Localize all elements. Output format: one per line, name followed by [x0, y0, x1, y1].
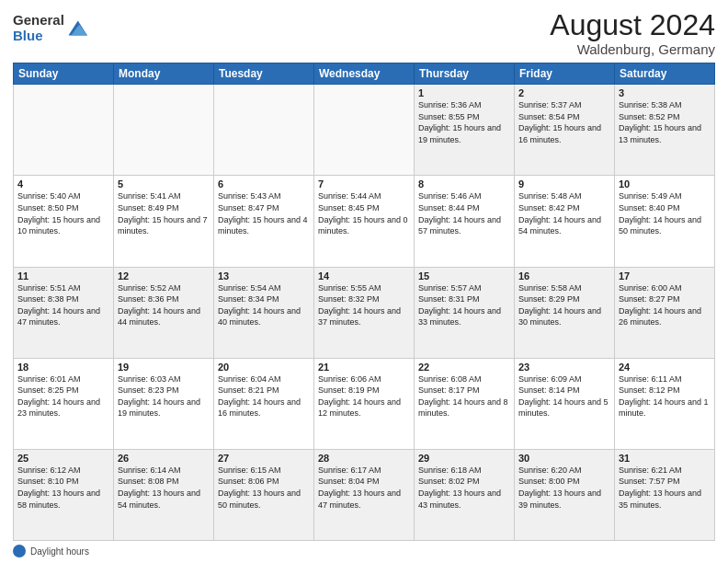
table-row: 1Sunrise: 5:36 AM Sunset: 8:55 PM Daylig…: [415, 85, 515, 176]
table-row: 7Sunrise: 5:44 AM Sunset: 8:45 PM Daylig…: [314, 176, 415, 267]
table-row: 22Sunrise: 6:08 AM Sunset: 8:17 PM Dayli…: [415, 358, 515, 449]
col-sunday: Sunday: [14, 63, 114, 85]
table-row: 8Sunrise: 5:46 AM Sunset: 8:44 PM Daylig…: [415, 176, 515, 267]
page-header: General Blue August 2024 Waldenburg, Ger…: [13, 9, 715, 57]
table-row: 16Sunrise: 5:58 AM Sunset: 8:29 PM Dayli…: [515, 267, 615, 358]
footer: Daylight hours: [13, 545, 715, 557]
table-row: 4Sunrise: 5:40 AM Sunset: 8:50 PM Daylig…: [14, 176, 114, 267]
table-row: 6Sunrise: 5:43 AM Sunset: 8:47 PM Daylig…: [214, 176, 314, 267]
table-row: 12Sunrise: 5:52 AM Sunset: 8:36 PM Dayli…: [114, 267, 214, 358]
table-row: 5Sunrise: 5:41 AM Sunset: 8:49 PM Daylig…: [114, 176, 214, 267]
col-wednesday: Wednesday: [314, 63, 415, 85]
table-row: [114, 85, 214, 176]
table-row: 29Sunrise: 6:18 AM Sunset: 8:02 PM Dayli…: [415, 449, 515, 540]
table-row: 2Sunrise: 5:37 AM Sunset: 8:54 PM Daylig…: [515, 85, 615, 176]
table-row: 28Sunrise: 6:17 AM Sunset: 8:04 PM Dayli…: [314, 449, 415, 540]
table-row: 20Sunrise: 6:04 AM Sunset: 8:21 PM Dayli…: [214, 358, 314, 449]
table-row: 13Sunrise: 5:54 AM Sunset: 8:34 PM Dayli…: [214, 267, 314, 358]
table-row: 26Sunrise: 6:14 AM Sunset: 8:08 PM Dayli…: [114, 449, 214, 540]
col-saturday: Saturday: [615, 63, 715, 85]
table-row: [314, 85, 415, 176]
calendar-table: Sunday Monday Tuesday Wednesday Thursday…: [13, 63, 715, 541]
table-row: 21Sunrise: 6:06 AM Sunset: 8:19 PM Dayli…: [314, 358, 415, 449]
table-row: 31Sunrise: 6:21 AM Sunset: 7:57 PM Dayli…: [615, 449, 715, 540]
table-row: 14Sunrise: 5:55 AM Sunset: 8:32 PM Dayli…: [314, 267, 415, 358]
logo-icon: [67, 17, 87, 37]
table-row: 23Sunrise: 6:09 AM Sunset: 8:14 PM Dayli…: [515, 358, 615, 449]
logo-blue-text: Blue: [13, 29, 64, 44]
col-monday: Monday: [114, 63, 214, 85]
table-row: 15Sunrise: 5:57 AM Sunset: 8:31 PM Dayli…: [415, 267, 515, 358]
location-subtitle: Waldenburg, Germany: [550, 41, 715, 57]
col-friday: Friday: [515, 63, 615, 85]
table-row: 10Sunrise: 5:49 AM Sunset: 8:40 PM Dayli…: [615, 176, 715, 267]
col-tuesday: Tuesday: [214, 63, 314, 85]
table-row: 25Sunrise: 6:12 AM Sunset: 8:10 PM Dayli…: [14, 449, 114, 540]
table-row: 27Sunrise: 6:15 AM Sunset: 8:06 PM Dayli…: [214, 449, 314, 540]
table-row: 17Sunrise: 6:00 AM Sunset: 8:27 PM Dayli…: [615, 267, 715, 358]
table-row: 30Sunrise: 6:20 AM Sunset: 8:00 PM Dayli…: [515, 449, 615, 540]
table-row: 9Sunrise: 5:48 AM Sunset: 8:42 PM Daylig…: [515, 176, 615, 267]
col-thursday: Thursday: [415, 63, 515, 85]
title-block: August 2024 Waldenburg, Germany: [550, 9, 715, 57]
table-row: 3Sunrise: 5:38 AM Sunset: 8:52 PM Daylig…: [615, 85, 715, 176]
daylight-label: Daylight hours: [30, 546, 89, 557]
logo: General Blue: [13, 13, 87, 43]
table-row: 24Sunrise: 6:11 AM Sunset: 8:12 PM Dayli…: [615, 358, 715, 449]
table-row: [214, 85, 314, 176]
table-row: [14, 85, 114, 176]
daylight-dot: [13, 545, 26, 557]
logo-general-text: General: [13, 13, 64, 29]
table-row: 18Sunrise: 6:01 AM Sunset: 8:25 PM Dayli…: [14, 358, 114, 449]
month-year-title: August 2024: [550, 9, 715, 41]
table-row: 19Sunrise: 6:03 AM Sunset: 8:23 PM Dayli…: [114, 358, 214, 449]
table-row: 11Sunrise: 5:51 AM Sunset: 8:38 PM Dayli…: [14, 267, 114, 358]
